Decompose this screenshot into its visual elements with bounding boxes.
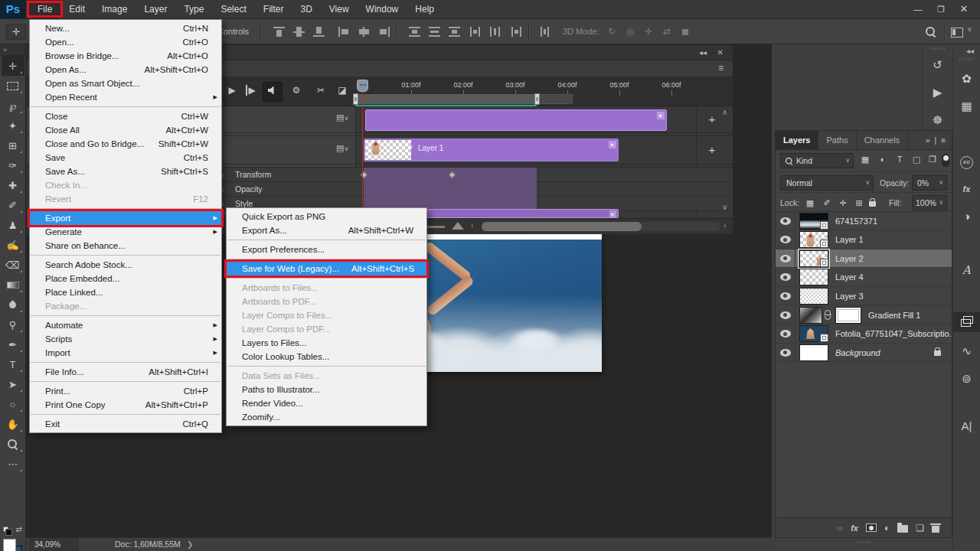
work-area-thumb[interactable] [355, 94, 537, 104]
pan-3d-camera-icon[interactable]: ✛ [642, 25, 655, 38]
adjustments-panel-icon[interactable]: ◑ [953, 207, 980, 227]
video-track-icon[interactable]: ▤∨ [336, 143, 348, 153]
menu-window[interactable]: Window [358, 0, 407, 18]
search-icon[interactable] [925, 26, 936, 41]
eye-icon[interactable] [780, 273, 791, 281]
align-left-edges-icon[interactable] [338, 27, 350, 37]
menu-file[interactable]: File [29, 0, 60, 18]
menu-view[interactable]: View [321, 0, 358, 18]
layer-thumbnail[interactable] [799, 344, 828, 361]
file-menu-item-print[interactable]: Print...Ctrl+P [30, 384, 221, 398]
export-menu-item-export-as[interactable]: Export As...Alt+Shift+Ctrl+W [227, 223, 426, 237]
file-menu-item-generate[interactable]: Generate▶ [30, 225, 221, 239]
opacity-field[interactable]: 0% ∨ [912, 175, 947, 191]
lock-transparent-icon[interactable]: ▦ [803, 196, 817, 210]
crop-tool[interactable]: ⊞ [2, 135, 24, 155]
align-horizontal-centers-icon[interactable] [358, 27, 370, 37]
distribute-spacing-icon[interactable] [539, 27, 550, 37]
layer-row-674157371[interactable]: 674157371 [776, 212, 952, 230]
expand-tools-icon[interactable]: » [0, 44, 25, 56]
brush-tool[interactable]: ✐ [2, 195, 24, 215]
panel-menu-icon[interactable]: ≡ [718, 63, 724, 73]
pen-tool[interactable]: ✒ [2, 334, 24, 354]
layer-row-fotolia-67751047-subscriptio[interactable]: Fotolia_67751047_Subscriptio... [776, 325, 952, 344]
close-panel-icon[interactable]: ✕ [717, 48, 724, 57]
distribute-bottom-edges-icon[interactable] [449, 27, 460, 37]
scroll-left-icon[interactable]: ‹ [471, 221, 473, 230]
export-menu-item-data-sets-as-files[interactable]: Data Sets as Files... [227, 369, 426, 383]
timeline-scrollbar-thumb[interactable] [482, 222, 642, 231]
export-menu-item-artboards-to-pdf[interactable]: Artboards to PDF... [227, 295, 426, 308]
file-menu-item-close-all[interactable]: Close AllAlt+Ctrl+W [30, 123, 221, 137]
lock-pixels-icon[interactable]: ✐ [820, 196, 834, 210]
eyedropper-tool[interactable]: ✑ [2, 155, 24, 175]
eye-icon[interactable] [780, 236, 791, 243]
tool-preset-icon[interactable]: ✛ [6, 24, 26, 40]
eye-icon[interactable] [780, 311, 791, 319]
file-menu-item-print-one-copy[interactable]: Print One CopyAlt+Shift+Ctrl+P [30, 398, 221, 412]
eye-icon[interactable] [780, 330, 791, 337]
type-layer-filter-icon[interactable]: T [893, 152, 906, 166]
export-menu-item-layers-to-files[interactable]: Layers to Files... [227, 336, 426, 350]
rectangular-marquee-tool[interactable] [2, 76, 24, 96]
file-menu-item-place-linked[interactable]: Place Linked... [30, 285, 221, 299]
file-menu-item-file-info[interactable]: File Info...Alt+Shift+Ctrl+I [30, 365, 221, 379]
new-layer-icon[interactable]: ❏ [916, 518, 924, 538]
gradient-tool[interactable] [2, 275, 24, 295]
layer-thumbnail[interactable] [799, 250, 828, 267]
export-menu-item-render-video[interactable]: Render Video... [227, 396, 426, 410]
character-panel-icon[interactable]: A [953, 260, 980, 280]
timeline-zoom-icon[interactable] [452, 222, 464, 230]
distribute-horizontal-centers-icon[interactable] [490, 27, 501, 37]
align-bottom-edges-icon[interactable] [313, 27, 325, 37]
layer-thumbnail[interactable] [799, 307, 822, 324]
tab-layers[interactable]: Layers [776, 131, 818, 149]
export-menu-item-artboards-to-files[interactable]: Artboards to Files... [227, 281, 426, 295]
layer-thumbnail[interactable] [799, 288, 828, 305]
new-adjustment-layer-icon[interactable]: ◐ [884, 518, 890, 538]
file-menu-item-browse-in-bridge[interactable]: Browse in Bridge...Alt+Ctrl+O [30, 49, 221, 63]
roll-3d-camera-icon[interactable]: ◎ [623, 25, 637, 38]
blend-mode-dropdown[interactable]: Normal ∨ [780, 175, 874, 191]
layers-panel-icon[interactable] [953, 312, 980, 332]
export-menu-item-layer-comps-to-files[interactable]: Layer Comps to Files... [227, 308, 426, 322]
zoom-level-field[interactable]: 34,09% [29, 538, 78, 551]
work-area-end-handle[interactable]: ‖ [534, 93, 540, 105]
spot-healing-brush-tool[interactable]: ✚ [2, 175, 24, 195]
channels-panel-icon[interactable]: ⊚ [953, 369, 980, 389]
default-colors-icon[interactable] [3, 527, 8, 532]
eye-icon[interactable] [780, 292, 791, 300]
slide-3d-camera-icon[interactable]: ⇄ [660, 25, 674, 38]
layer-thumbnail[interactable] [799, 325, 828, 342]
close-button[interactable]: ✕ [952, 0, 975, 18]
lock-all-icon[interactable] [869, 199, 876, 208]
styles-panel-icon[interactable]: fx [953, 179, 980, 199]
swatches-panel-icon[interactable]: ▦ [953, 96, 980, 116]
distribute-right-edges-icon[interactable] [510, 27, 521, 37]
align-top-edges-icon[interactable] [273, 27, 285, 37]
collapse-dock-icon[interactable]: ◂◂ [966, 47, 974, 55]
layer-row-layer-1[interactable]: Layer 1 [776, 231, 952, 249]
filter-kind-dropdown[interactable]: Kind ∨ [780, 153, 854, 168]
add-media-track1-button[interactable]: + [704, 111, 720, 128]
tab-paths[interactable]: Paths [818, 131, 856, 149]
layer-row-layer-4[interactable]: Layer 4 [776, 269, 952, 287]
link-layers-icon[interactable]: ∞ [837, 518, 844, 538]
file-menu-item-scripts[interactable]: Scripts▶ [30, 332, 221, 346]
ps-logo[interactable]: Ps [0, 0, 26, 18]
layer-row-background[interactable]: Background [776, 344, 952, 362]
pixel-layer-filter-icon[interactable]: ▦ [858, 152, 872, 166]
distribute-top-edges-icon[interactable] [409, 27, 420, 37]
zoom-tool[interactable] [2, 434, 24, 454]
video-track-icon[interactable]: ▤∨ [336, 112, 348, 122]
fill-field[interactable]: 100% ∨ [912, 195, 947, 210]
restore-button[interactable]: ❐ [929, 0, 952, 18]
clip-expand-icon[interactable]: ∨ [409, 143, 413, 150]
path-selection-tool[interactable]: ➤ [2, 374, 24, 394]
timeline-clip-track1[interactable]: ▸ [365, 109, 667, 131]
eye-icon[interactable] [780, 349, 791, 357]
distribute-vertical-centers-icon[interactable] [429, 27, 440, 37]
panel-menu-icon[interactable]: ≡ [941, 136, 946, 145]
menu-edit[interactable]: Edit [60, 0, 93, 18]
menu-select[interactable]: Select [212, 0, 254, 18]
